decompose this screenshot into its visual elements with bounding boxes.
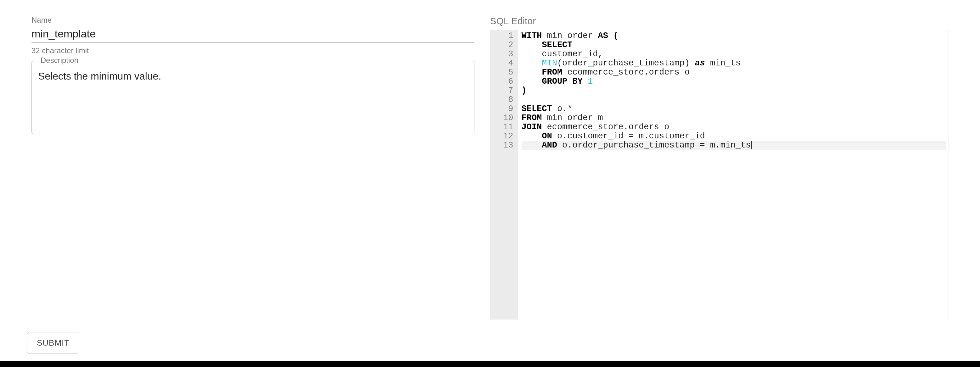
description-label: Description: [38, 56, 81, 65]
code-line[interactable]: ON o.customer_id = m.customer_id: [522, 132, 946, 141]
bottom-border: [0, 361, 980, 367]
name-label: Name: [32, 16, 474, 24]
code-line[interactable]: SELECT: [522, 41, 946, 50]
code-line[interactable]: FROM min_order m: [522, 114, 946, 122]
form-panel: Name 32 character limit Description SUBM…: [0, 0, 490, 367]
editor-gutter: 12345678910111213: [490, 30, 518, 319]
gutter-line-number: 1: [497, 32, 514, 41]
code-line[interactable]: AND o.order_purchase_timestamp = m.min_t…: [522, 141, 946, 150]
sql-editor-title: SQL Editor: [490, 16, 949, 26]
editor-code[interactable]: WITH min_order AS ( SELECT customer_id, …: [518, 30, 948, 319]
description-field: Description: [32, 61, 474, 134]
gutter-line-number: 4: [497, 59, 514, 68]
gutter-line-number: 6: [497, 77, 514, 86]
gutter-line-number: 7: [497, 86, 514, 95]
gutter-line-number: 12: [497, 132, 514, 141]
submit-button[interactable]: SUBMIT: [27, 332, 79, 354]
name-helper-text: 32 character limit: [32, 46, 474, 55]
name-input[interactable]: [32, 26, 474, 43]
gutter-line-number: 5: [497, 68, 514, 77]
gutter-line-number: 9: [497, 105, 514, 114]
code-line[interactable]: customer_id,: [522, 50, 946, 59]
code-line[interactable]: FROM ecommerce_store.orders o: [522, 68, 946, 77]
code-line[interactable]: MIN(order_purchase_timestamp) as min_ts: [522, 59, 946, 68]
description-textarea[interactable]: [38, 70, 468, 126]
gutter-line-number: 13: [497, 141, 514, 150]
code-line[interactable]: ): [522, 86, 946, 95]
gutter-line-number: 3: [497, 50, 514, 59]
code-line[interactable]: SELECT o.*: [522, 105, 946, 114]
sql-editor[interactable]: 12345678910111213 WITH min_order AS ( SE…: [490, 30, 949, 319]
gutter-line-number: 2: [497, 41, 514, 50]
sql-editor-panel: SQL Editor 12345678910111213 WITH min_or…: [490, 0, 980, 367]
code-line[interactable]: GROUP BY 1: [522, 77, 946, 86]
gutter-line-number: 8: [497, 95, 514, 105]
code-line[interactable]: JOIN ecommerce_store.orders o: [522, 122, 946, 132]
code-line[interactable]: [522, 95, 946, 105]
gutter-line-number: 11: [497, 122, 514, 132]
code-line[interactable]: WITH min_order AS (: [522, 32, 946, 41]
gutter-line-number: 10: [497, 114, 514, 122]
